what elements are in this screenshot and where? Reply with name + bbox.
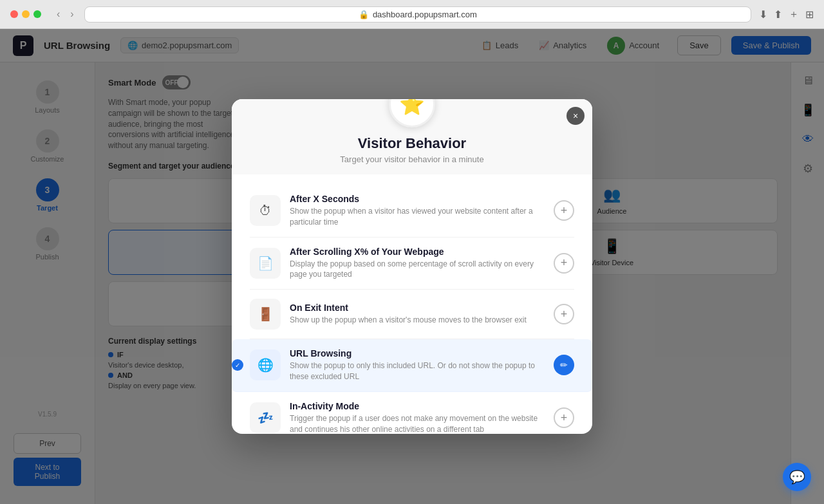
in-activity-name: In-Activity Mode [290, 401, 545, 411]
after-scrolling-icon: 📄 [250, 248, 281, 279]
chat-icon: 💬 [789, 469, 805, 485]
url-browsing-edit-button[interactable]: ✏ [554, 355, 574, 375]
after-scrolling-text: After Scrolling X% of Your Webpage Displ… [290, 247, 545, 281]
url-text: dashboard.popupsmart.com [373, 10, 477, 19]
on-exit-intent-icon: 🚪 [250, 299, 281, 330]
after-scrolling-name: After Scrolling X% of Your Webpage [290, 247, 545, 257]
close-traffic-light[interactable] [10, 10, 18, 18]
modal-close-button[interactable]: × [566, 107, 585, 125]
modal-header: ⭐ Visitor Behavior Target your visitor b… [232, 99, 592, 174]
after-x-seconds-icon: ⏱ [250, 195, 281, 226]
behavior-after-scrolling: 📄 After Scrolling X% of Your Webpage Dis… [250, 238, 574, 290]
url-browsing-text: URL Browsing Show the popup to only this… [290, 348, 545, 382]
in-activity-add-button[interactable]: + [554, 407, 574, 428]
url-browsing-icon: 🌐 [250, 350, 281, 380]
browser-chrome: ‹ › 🔒 dashboard.popupsmart.com ⬇ ⬆ ＋ ⊞ [0, 0, 824, 29]
back-button[interactable]: ‹ [54, 7, 62, 21]
after-x-seconds-add-button[interactable]: + [554, 200, 574, 221]
url-browsing-name: URL Browsing [290, 348, 545, 359]
minimize-traffic-light[interactable] [22, 10, 30, 18]
in-activity-icon: 💤 [250, 402, 281, 433]
url-browsing-selected-indicator: ✓ [232, 359, 243, 371]
maximize-traffic-light[interactable] [33, 10, 41, 18]
in-activity-desc: Trigger the popup if a user does not mak… [290, 413, 545, 434]
forward-button[interactable]: › [68, 7, 76, 21]
browser-nav: ‹ › [54, 7, 77, 21]
visitor-behavior-modal: ⭐ Visitor Behavior Target your visitor b… [232, 99, 592, 434]
behavior-in-activity-mode: 💤 In-Activity Mode Trigger the popup if … [250, 392, 574, 434]
on-exit-intent-desc: Show up the popup when a visitor's mouse… [290, 315, 545, 326]
behavior-after-x-seconds: ⏱ After X Seconds Show the popup when a … [250, 185, 574, 238]
after-scrolling-desc: Display the popup based on some percenta… [290, 259, 545, 281]
on-exit-intent-add-button[interactable]: + [554, 304, 574, 324]
after-scrolling-add-button[interactable]: + [554, 253, 574, 274]
after-x-seconds-text: After X Seconds Show the popup when a vi… [290, 194, 545, 228]
after-x-seconds-desc: Show the popup when a visitor has viewed… [290, 206, 545, 228]
behavior-url-browsing: ✓ 🌐 URL Browsing Show the popup to only … [232, 339, 592, 392]
modal-body: ⏱ After X Seconds Show the popup when a … [232, 174, 592, 434]
share-icon[interactable]: ⬆ [774, 8, 782, 21]
grid-icon[interactable]: ⊞ [805, 8, 814, 21]
modal-title: Visitor Behavior [250, 135, 574, 152]
bookmark-icon[interactable]: ⬇ [759, 8, 767, 21]
in-activity-text: In-Activity Mode Trigger the popup if a … [290, 401, 545, 434]
star-icon: ⭐ [399, 99, 425, 117]
on-exit-intent-name: On Exit Intent [290, 303, 545, 313]
chat-button[interactable]: 💬 [783, 463, 811, 491]
traffic-lights [10, 10, 41, 18]
lock-icon: 🔒 [359, 10, 369, 19]
behavior-on-exit-intent: 🚪 On Exit Intent Show up the popup when … [250, 290, 574, 339]
after-x-seconds-name: After X Seconds [290, 194, 545, 204]
url-browsing-desc: Show the popup to only this included URL… [290, 360, 545, 382]
on-exit-intent-text: On Exit Intent Show up the popup when a … [290, 303, 545, 326]
new-tab-icon[interactable]: ＋ [789, 8, 799, 21]
modal-icon: ⭐ [389, 99, 435, 127]
modal-subtitle: Target your visitor behavior in a minute [250, 154, 574, 164]
address-bar[interactable]: 🔒 dashboard.popupsmart.com [84, 6, 751, 23]
modal-overlay[interactable]: ⭐ Visitor Behavior Target your visitor b… [0, 29, 824, 504]
browser-actions: ⬇ ⬆ ＋ ⊞ [759, 8, 814, 21]
